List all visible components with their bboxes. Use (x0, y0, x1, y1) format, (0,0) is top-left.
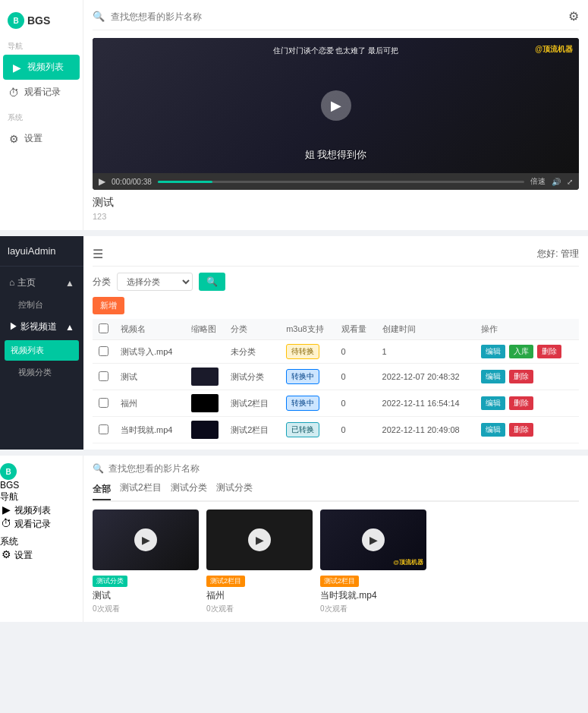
speed-btn[interactable]: 倍速 (530, 176, 546, 187)
add-to-library-button[interactable]: 入库 (509, 345, 533, 358)
sidebar-1: B BGS 导航 ▶ 视频列表 ⏱ 观看记录 系统 ⚙ 设置 (0, 0, 83, 230)
delete-button[interactable]: 删除 (537, 345, 561, 358)
settings-icon-3: ⚙ (0, 548, 12, 560)
edit-button[interactable]: 编辑 (481, 396, 505, 410)
section-admin-panel: layuiAdmin ⌂ 主页 ▲ 控制台 ▶ 影视频道 ▲ 视频列表 视频分类… (0, 236, 588, 450)
table-row: 测试导入.mp4 未分类 待转换 0 1 编辑 入库 删除 (93, 340, 579, 364)
video-card[interactable]: ▶ 测试分类 测试 0次观看 (93, 510, 199, 614)
sidebar-item-label: 视频列表 (27, 61, 64, 74)
card-watermark: @顶流机器 (393, 558, 423, 566)
sidebar-item-video-list[interactable]: ▶ 视频列表 (3, 55, 80, 80)
select-all-checkbox[interactable] (99, 323, 108, 333)
row-video-name: 当时我就.mp4 (115, 417, 185, 443)
settings-icon: ⚙ (8, 133, 20, 145)
progress-fill (158, 181, 212, 183)
nav-label-3: 导航 (0, 491, 83, 503)
app-logo-3: B BGS (0, 463, 83, 491)
row-m3u8: 已转换 (280, 417, 335, 443)
video-watermark: @顶流机器 (535, 44, 573, 55)
card-category-badge: 测试分类 (93, 576, 127, 587)
sidebar-3: B BGS 导航 ▶ 视频列表 ⏱ 观看记录 系统 ⚙ 设置 (0, 456, 83, 622)
sidebar-label-3c: 设置 (14, 550, 33, 560)
play-circle-button[interactable]: ▶ (134, 528, 157, 551)
card-category-badge: 测试2栏目 (206, 576, 245, 587)
row-checkbox[interactable] (99, 398, 108, 408)
play-button[interactable]: ▶ (321, 90, 351, 121)
row-video-name: 福州 (115, 390, 185, 417)
row-thumbnail (185, 390, 225, 417)
tab-all[interactable]: 全部 (93, 483, 111, 500)
search-button[interactable]: 🔍 (199, 273, 225, 291)
edit-button[interactable]: 编辑 (481, 423, 505, 437)
row-checkbox[interactable] (99, 424, 108, 434)
admin-user-greeting: 您好: 管理 (537, 248, 579, 260)
logo-icon: B (8, 12, 24, 29)
card-title: 测试 (93, 589, 199, 602)
row-category: 未分类 (225, 340, 280, 364)
table-row: 测试 测试分类 转换中 0 2022-12-07 20:48:32 编辑 删除 (93, 364, 579, 390)
chevron-icon: ▲ (65, 322, 74, 333)
settings-gear-icon[interactable]: ⚙ (568, 9, 579, 24)
admin-nav-video-list[interactable]: 视频列表 (5, 340, 79, 361)
search-icon: 🔍 (93, 11, 105, 22)
delete-button[interactable]: 删除 (509, 396, 533, 410)
play-circle-button[interactable]: ▶ (362, 528, 385, 551)
video-tags: 123 (93, 212, 579, 221)
admin-nav-video-channel[interactable]: ▶ 影视频道 ▲ (0, 315, 83, 339)
add-button[interactable]: 新增 (93, 297, 124, 314)
hamburger-icon[interactable]: ☰ (93, 247, 103, 261)
edit-button[interactable]: 编辑 (481, 370, 505, 383)
admin-nav-home[interactable]: ⌂ 主页 ▲ (0, 271, 83, 295)
th-m3u8: m3u8支持 (280, 319, 335, 340)
progress-bar[interactable] (158, 181, 524, 183)
category-select[interactable]: 选择分类 (117, 273, 193, 291)
sidebar-label-3b: 观看记录 (14, 519, 51, 529)
video-card[interactable]: ▶ 测试2栏目 福州 0次观看 (206, 510, 313, 614)
video-info: 测试 123 (93, 190, 579, 221)
sidebar-item-label: 观看记录 (24, 86, 61, 99)
app-logo: B BGS (0, 8, 83, 38)
row-m3u8: 转换中 (280, 364, 335, 390)
sidebar-item-watch-history[interactable]: ⏱ 观看记录 (0, 80, 83, 105)
admin-sidebar: layuiAdmin ⌂ 主页 ▲ 控制台 ▶ 影视频道 ▲ 视频列表 视频分类 (0, 236, 83, 450)
card-view-count: 0次观看 (320, 604, 426, 614)
th-video-name: 视频名 (115, 319, 185, 340)
fullscreen-btn[interactable]: ⤢ (567, 178, 573, 186)
history-icon: ⏱ (8, 87, 20, 99)
admin-nav-console[interactable]: 控制台 (0, 295, 83, 315)
table-body: 测试导入.mp4 未分类 待转换 0 1 编辑 入库 删除 测试 测试分类 转换… (93, 340, 579, 443)
video-card[interactable]: ▶ @顶流机器 测试2栏目 当时我就.mp4 0次观看 (320, 510, 426, 614)
delete-button[interactable]: 删除 (509, 423, 533, 437)
tab-category-3[interactable]: 测试分类 (216, 481, 253, 497)
card-view-count: 0次观看 (93, 604, 199, 614)
sidebar-3-settings[interactable]: ⚙ 设置 (0, 548, 83, 562)
th-category: 分类 (225, 319, 280, 340)
tab-category-2[interactable]: 测试分类 (171, 481, 207, 497)
delete-button[interactable]: 删除 (509, 370, 533, 383)
logo-icon-3: B (0, 463, 17, 480)
play-pause-button[interactable]: ▶ (99, 176, 105, 187)
row-checkbox[interactable] (99, 346, 108, 356)
edit-button[interactable]: 编辑 (481, 345, 505, 358)
search-input-3[interactable] (108, 463, 579, 474)
play-circle-button[interactable]: ▶ (248, 528, 271, 551)
video-subtitle: 姐 我想得到你 (305, 148, 367, 162)
row-created: 2022-12-11 20:49:08 (376, 417, 475, 443)
row-category: 测试2栏目 (225, 417, 280, 443)
sidebar-label-3: 视频列表 (14, 505, 51, 516)
video-thumbnail: ▶ (206, 510, 313, 570)
row-created: 2022-12-11 16:54:14 (376, 390, 475, 417)
tab-category-1[interactable]: 测试2栏目 (120, 481, 162, 497)
sidebar-3-watch-history[interactable]: ⏱ 观看记录 (0, 517, 83, 531)
video-icon: ▶ (11, 62, 23, 74)
sidebar-item-settings[interactable]: ⚙ 设置 (0, 126, 83, 151)
row-checkbox[interactable] (99, 371, 108, 381)
search-icon-3: 🔍 (93, 463, 104, 474)
sidebar-3-video-list[interactable]: ▶ 视频列表 (0, 503, 83, 517)
volume-icon[interactable]: 🔊 (552, 178, 561, 186)
search-input[interactable] (111, 11, 562, 22)
row-views: 0 (335, 417, 376, 443)
admin-nav-video-category[interactable]: 视频分类 (0, 362, 83, 383)
row-actions: 编辑 删除 (475, 417, 579, 443)
admin-header: ☰ 您好: 管理 (93, 242, 579, 267)
